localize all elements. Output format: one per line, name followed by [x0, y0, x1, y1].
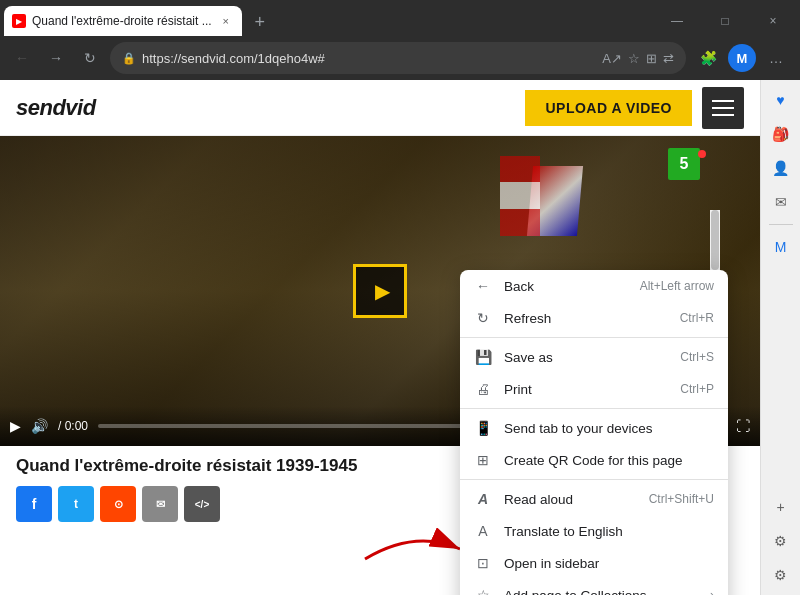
bs-gear-icon[interactable]: ⚙: [767, 527, 795, 555]
toolbar-icons: 🧩 M …: [692, 42, 792, 74]
qr-label: Create QR Code for this page: [504, 453, 714, 468]
print-label: Print: [504, 382, 668, 397]
close-button[interactable]: ×: [750, 6, 796, 36]
translate-icon: A: [474, 522, 492, 540]
read-aloud-icon[interactable]: A↗: [602, 51, 622, 66]
address-bar: ← → ↻ 🔒 https://sendvid.com/1dqeho4w# A↗…: [0, 36, 800, 80]
context-menu-back[interactable]: ← Back Alt+Left arrow: [460, 270, 728, 302]
speaker-icon[interactable]: 🔊: [31, 418, 48, 434]
new-tab-button[interactable]: +: [246, 8, 274, 36]
email-share-button[interactable]: ✉: [142, 486, 178, 522]
sendvid-header: sendvid UPLOAD A VIDEO: [0, 80, 760, 136]
red-arrow: [355, 519, 475, 573]
settings-more-icon[interactable]: …: [760, 42, 792, 74]
header-right: UPLOAD A VIDEO: [525, 87, 744, 129]
read-aloud-shortcut: Ctrl+Shift+U: [649, 492, 714, 506]
read-aloud-icon: A: [474, 490, 492, 508]
address-icons: A↗ ☆ ⊞ ⇄: [602, 51, 674, 66]
ctx-divider-2: [460, 408, 728, 409]
tab-bar: Quand l'extrême-droite résistait ... × +…: [0, 0, 800, 36]
profile-icon[interactable]: M: [726, 42, 758, 74]
facebook-share-button[interactable]: f: [16, 486, 52, 522]
address-input[interactable]: 🔒 https://sendvid.com/1dqeho4w# A↗ ☆ ⊞ ⇄: [110, 42, 686, 74]
twitter-share-button[interactable]: t: [58, 486, 94, 522]
split-screen-icon[interactable]: ⇄: [663, 51, 674, 66]
refresh-label: Refresh: [504, 311, 668, 326]
tab-title: Quand l'extrême-droite résistait ...: [32, 14, 212, 28]
favorites-icon[interactable]: ☆: [628, 51, 640, 66]
read-aloud-label: Read aloud: [504, 492, 637, 507]
print-shortcut: Ctrl+P: [680, 382, 714, 396]
hamburger-menu[interactable]: [702, 87, 744, 129]
bs-favorites-icon[interactable]: ♥: [767, 86, 795, 114]
context-menu-collections[interactable]: ☆ Add page to Collections ›: [460, 579, 728, 595]
collections-icon: ☆: [474, 586, 492, 595]
hamburger-line-3: [712, 114, 734, 116]
bs-bottom-settings-icon[interactable]: ⚙: [767, 561, 795, 589]
fullscreen-button[interactable]: ⛶: [736, 418, 750, 434]
back-shortcut: Alt+Left arrow: [640, 279, 714, 293]
profile-avatar: M: [728, 44, 756, 72]
context-menu-open-sidebar[interactable]: ⊡ Open in sidebar: [460, 547, 728, 579]
tab-close-button[interactable]: ×: [218, 13, 234, 29]
live-dot: [698, 150, 706, 158]
context-menu-refresh[interactable]: ↻ Refresh Ctrl+R: [460, 302, 728, 334]
save-as-label: Save as: [504, 350, 668, 365]
url-text: https://sendvid.com/1dqeho4w#: [142, 51, 596, 66]
active-tab[interactable]: Quand l'extrême-droite résistait ... ×: [4, 6, 242, 36]
save-icon: 💾: [474, 348, 492, 366]
hamburger-line-2: [712, 107, 734, 109]
back-icon: ←: [474, 277, 492, 295]
context-menu: ← Back Alt+Left arrow ↻ Refresh Ctrl+R 💾…: [460, 270, 728, 595]
extensions-icon[interactable]: 🧩: [692, 42, 724, 74]
back-button[interactable]: ←: [8, 44, 36, 72]
context-menu-save-as[interactable]: 💾 Save as Ctrl+S: [460, 341, 728, 373]
reddit-share-button[interactable]: ⊙: [100, 486, 136, 522]
bs-add-icon[interactable]: +: [767, 493, 795, 521]
play-button[interactable]: [353, 264, 407, 318]
translate-label: Translate to English: [504, 524, 714, 539]
ctx-divider-3: [460, 479, 728, 480]
page-content: sendvid UPLOAD A VIDEO: [0, 80, 760, 595]
bs-copilot-icon[interactable]: M: [767, 233, 795, 261]
browser-frame: Quand l'extrême-droite résistait ... × +…: [0, 0, 800, 595]
context-menu-translate[interactable]: A Translate to English: [460, 515, 728, 547]
bs-profile-icon[interactable]: 👤: [767, 154, 795, 182]
minimize-button[interactable]: —: [654, 6, 700, 36]
window-controls: — □ ×: [654, 6, 800, 36]
context-menu-read-aloud[interactable]: A Read aloud Ctrl+Shift+U: [460, 483, 728, 515]
context-menu-print[interactable]: 🖨 Print Ctrl+P: [460, 373, 728, 405]
sidebar-icon: ⊡: [474, 554, 492, 572]
flag-visual-2: [500, 156, 540, 236]
sendvid-logo[interactable]: sendvid: [16, 95, 96, 121]
browser-sidebar: ♥ 🎒 👤 ✉ M + ⚙ ⚙: [760, 80, 800, 595]
bs-divider: [769, 224, 793, 225]
forward-button[interactable]: →: [42, 44, 70, 72]
upload-video-button[interactable]: UPLOAD A VIDEO: [525, 90, 692, 126]
scrollbar-thumb[interactable]: [711, 210, 719, 270]
maximize-button[interactable]: □: [702, 6, 748, 36]
hamburger-line-1: [712, 100, 734, 102]
lock-icon: 🔒: [122, 52, 136, 65]
bs-mail-icon[interactable]: ✉: [767, 188, 795, 216]
channel-5-badge: 5: [668, 148, 700, 180]
qr-icon: ⊞: [474, 451, 492, 469]
save-shortcut: Ctrl+S: [680, 350, 714, 364]
play-button-area: [353, 264, 407, 318]
tab-favicon: [12, 14, 26, 28]
refresh-button[interactable]: ↻: [76, 44, 104, 72]
collections-icon[interactable]: ⊞: [646, 51, 657, 66]
refresh-icon: ↻: [474, 309, 492, 327]
context-menu-send-tab[interactable]: 📱 Send tab to your devices: [460, 412, 728, 444]
bs-bag-icon[interactable]: 🎒: [767, 120, 795, 148]
print-icon: 🖨: [474, 380, 492, 398]
context-menu-qr[interactable]: ⊞ Create QR Code for this page: [460, 444, 728, 476]
page-area: sendvid UPLOAD A VIDEO: [0, 80, 800, 595]
send-tab-icon: 📱: [474, 419, 492, 437]
back-label: Back: [504, 279, 628, 294]
time-display: / 0:00: [58, 419, 88, 433]
open-sidebar-label: Open in sidebar: [504, 556, 714, 571]
embed-button[interactable]: </>: [184, 486, 220, 522]
send-tab-label: Send tab to your devices: [504, 421, 714, 436]
play-pause-button[interactable]: ▶: [10, 418, 21, 434]
